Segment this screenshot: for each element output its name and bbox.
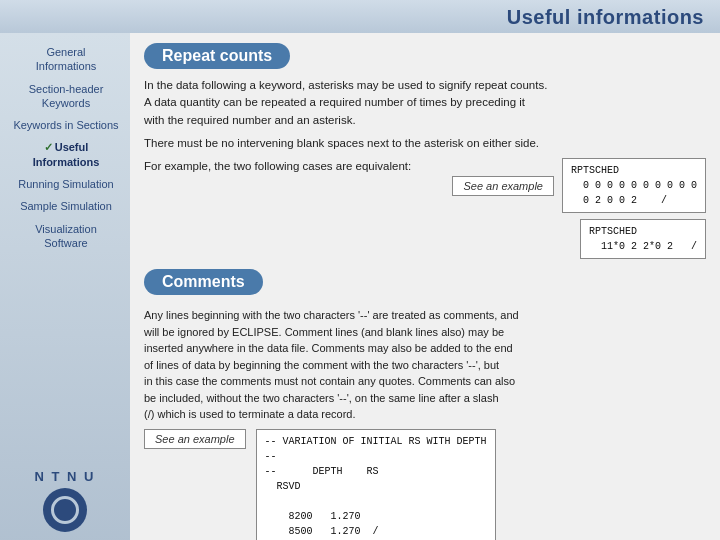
repeat-counts-see-example-button[interactable]: See an example xyxy=(452,176,554,196)
repeat-counts-para1: In the data following a keyword, asteris… xyxy=(144,77,706,129)
repeat-counts-code1: RPTSCHED 0 0 0 0 0 0 0 0 0 0 0 2 0 0 2 / xyxy=(562,158,706,213)
sidebar-item-useful-info[interactable]: ✓Useful Informations xyxy=(0,136,130,173)
checkmark-icon: ✓ xyxy=(44,140,53,154)
ntnu-inner-circle xyxy=(51,496,79,524)
repeat-counts-pill: Repeat counts xyxy=(144,43,290,69)
repeat-counts-code-column: See an example RPTSCHED 0 0 0 0 0 0 0 0 … xyxy=(452,158,706,259)
comments-example-row: See an example -- VARIATION OF INITIAL R… xyxy=(144,429,706,541)
content-area: Repeat counts In the data following a ke… xyxy=(130,33,720,540)
repeat-counts-example-row: For example, the two following cases are… xyxy=(144,158,706,259)
sidebar-item-section-header[interactable]: Section-header Keywords xyxy=(0,78,130,115)
comments-section: Comments Any lines beginning with the tw… xyxy=(144,269,706,540)
app-window: Useful informations General Informations… xyxy=(0,0,720,540)
main-area: General Informations Section-header Keyw… xyxy=(0,33,720,540)
sidebar-item-visualization[interactable]: Visualization Software xyxy=(0,218,130,255)
comments-code: -- VARIATION OF INITIAL RS WITH DEPTH --… xyxy=(256,429,496,541)
page-title: Useful informations xyxy=(507,6,704,28)
sidebar-item-sample-simulation[interactable]: Sample Simulation xyxy=(0,195,130,217)
sidebar-item-general[interactable]: General Informations xyxy=(0,41,130,78)
ntnu-circle-icon xyxy=(43,488,87,532)
title-bar: Useful informations xyxy=(0,0,720,33)
sidebar: General Informations Section-header Keyw… xyxy=(0,33,130,540)
repeat-counts-para2: There must be no intervening blank space… xyxy=(144,135,706,152)
sidebar-item-running-simulation[interactable]: Running Simulation xyxy=(0,173,130,195)
repeat-counts-for-example-text: For example, the two following cases are… xyxy=(144,158,442,175)
comments-body-text: Any lines beginning with the two charact… xyxy=(144,307,706,423)
repeat-counts-code2: RPTSCHED 11*0 2 2*0 2 / xyxy=(580,219,706,259)
comments-pill: Comments xyxy=(144,269,263,295)
comments-see-example-button[interactable]: See an example xyxy=(144,429,246,449)
repeat-counts-section: Repeat counts In the data following a ke… xyxy=(144,43,706,263)
ntnu-text: N T N U xyxy=(35,469,96,484)
sidebar-item-keywords-sections[interactable]: Keywords in Sections xyxy=(0,114,130,136)
ntnu-logo: N T N U xyxy=(35,469,96,532)
